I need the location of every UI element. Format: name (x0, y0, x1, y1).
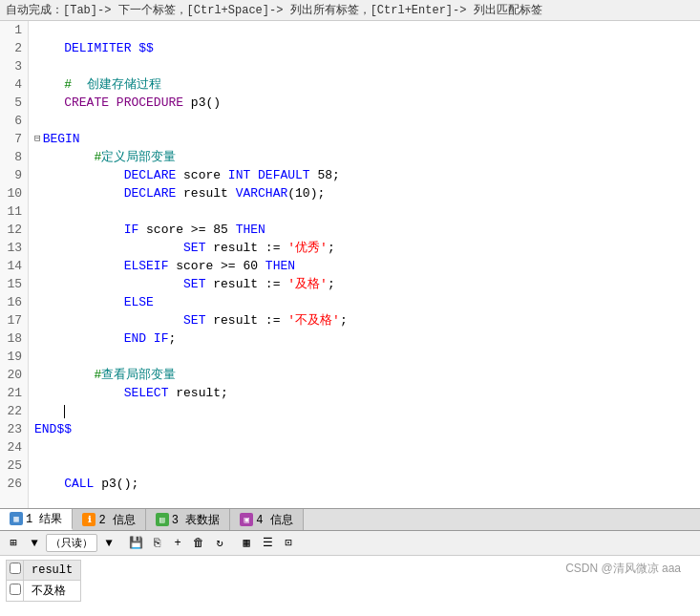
code-line-14: ELSEIF score >= 60 THEN (34, 257, 694, 275)
tab-info4-icon: ▣ (240, 513, 253, 526)
tab-results[interactable]: ▦ 1 结果 (0, 509, 73, 530)
row-checkbox-cell[interactable] (7, 581, 24, 602)
result-value-cell: 不及格 (24, 581, 81, 602)
tab-results-icon: ▦ (10, 512, 23, 525)
code-line-3 (34, 57, 694, 75)
save-icon[interactable]: 💾 (126, 534, 145, 553)
dropdown2-icon[interactable]: ▼ (99, 534, 118, 553)
row-checkbox[interactable] (10, 584, 21, 595)
tab-tabledata[interactable]: ▤ 3 表数据 (146, 509, 230, 530)
code-line-15: SET result := '及格'; (34, 275, 694, 293)
code-line-23: END$$ (34, 420, 694, 438)
code-line-4: # 创建存储过程 (34, 75, 694, 94)
code-line-10: DECLARE result VARCHAR(10); (34, 184, 694, 202)
tab-info2[interactable]: ℹ 2 信息 (73, 509, 145, 530)
filter-icon[interactable]: ☰ (258, 534, 277, 553)
code-line-21: SELECT result; (34, 384, 694, 402)
result-area: result 不及格 CSDN @清风微凉 aaa (0, 556, 700, 605)
tab-info2-label: 2 信息 (98, 512, 135, 528)
bottom-tabs: ▦ 1 结果 ℹ 2 信息 ▤ 3 表数据 ▣ 4 信息 (0, 508, 700, 531)
code-line-22 (34, 402, 694, 420)
result-toolbar: ⊞ ▼ （只读） ▼ 💾 ⎘ + 🗑 ↻ ▦ ☰ ⊡ (0, 531, 700, 556)
code-line-26: CALL p3(); (34, 475, 694, 493)
code-line-6 (34, 112, 694, 130)
tab-info4[interactable]: ▣ 4 信息 (230, 509, 303, 530)
copy-icon[interactable]: ⎘ (147, 534, 166, 553)
delete-icon[interactable]: 🗑 (189, 534, 208, 553)
top-bar: 自动完成：[Tab]-> 下一个标签，[Ctrl+Space]-> 列出所有标签… (0, 0, 700, 21)
watermark: CSDN @清风微凉 aaa (565, 561, 681, 577)
tab-info2-icon: ℹ (82, 513, 95, 526)
code-line-20: #查看局部变量 (34, 366, 694, 384)
tab-tabledata-label: 3 表数据 (172, 512, 220, 528)
editor: 1 2 3 4 5 6 7 8 9 10 11 12 13 14 15 16 1… (0, 21, 700, 508)
result-value: 不及格 (32, 584, 66, 598)
grid-icon[interactable]: ⊞ (4, 534, 23, 553)
code-line-17: SET result := '不及格'; (34, 311, 694, 329)
readonly-btn[interactable]: （只读） (46, 534, 97, 552)
readonly-label: （只读） (51, 538, 93, 549)
table-icon[interactable]: ▦ (237, 534, 256, 553)
code-line-19 (34, 348, 694, 366)
tab-tabledata-icon: ▤ (156, 513, 169, 526)
code-line-13: SET result := '优秀'; (34, 239, 694, 257)
code-line-8: #定义局部变量 (34, 148, 694, 166)
select-all-checkbox[interactable] (10, 563, 21, 574)
refresh-icon[interactable]: ↻ (210, 534, 229, 553)
export-icon[interactable]: ⊡ (279, 534, 298, 553)
code-line-1 (34, 21, 694, 39)
code-line-9: DECLARE score INT DEFAULT 58; (34, 166, 694, 184)
code-area[interactable]: DELIMITER $$ # 创建存储过程 CREATE PROCEDURE p… (29, 21, 700, 508)
watermark-text: CSDN @清风微凉 aaa (565, 562, 681, 575)
code-line-7: ⊟BEGIN (34, 130, 694, 148)
code-line-12: IF score >= 85 THEN (34, 221, 694, 239)
code-line-25 (34, 457, 694, 475)
add-icon[interactable]: + (168, 534, 187, 553)
result-header-text: result (32, 563, 73, 577)
tab-info4-label: 4 信息 (256, 512, 292, 528)
code-line-5: CREATE PROCEDURE p3() (34, 94, 694, 112)
result-column-header: result (24, 561, 81, 581)
code-line-11 (34, 202, 694, 221)
code-line-18: END IF; (34, 329, 694, 348)
tab-results-label: 1 结果 (26, 511, 62, 527)
hint-text: 自动完成：[Tab]-> 下一个标签，[Ctrl+Space]-> 列出所有标签… (6, 4, 542, 17)
code-line-2: DELIMITER $$ (34, 39, 694, 57)
code-line-24 (34, 438, 694, 457)
table-row: 不及格 (7, 581, 81, 602)
checkbox-header[interactable] (7, 561, 24, 581)
code-line-16: ELSE (34, 293, 694, 311)
line-numbers: 1 2 3 4 5 6 7 8 9 10 11 12 13 14 15 16 1… (0, 21, 29, 508)
fold-icon[interactable]: ⊟ (34, 130, 41, 148)
dropdown-arrow-icon[interactable]: ▼ (25, 534, 44, 553)
result-table: result 不及格 (6, 560, 81, 602)
